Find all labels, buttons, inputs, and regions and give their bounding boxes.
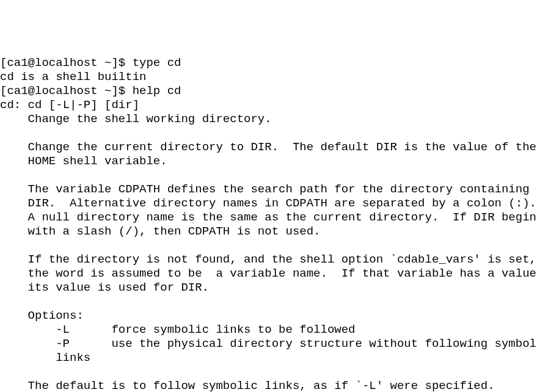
prompt-cwd: ~ [104,84,111,98]
help-usage-prefix: cd: cd [0,98,49,112]
help-line: DIR. Alternative directory names in CDPA… [0,197,536,210]
prompt-open-bracket: [ [0,56,7,70]
help-line [0,295,28,308]
help-line: If the directory is not found, and the s… [0,253,536,266]
help-line: Options: [0,309,84,322]
help-line: Change the current directory to DIR. The… [0,140,536,154]
help-line [0,365,28,379]
help-line: the word is assumed to be a variable nam… [0,267,537,280]
prompt-close-bracket: ] [111,84,118,98]
help-line: HOME shell variable. [0,154,167,168]
help-line: The variable CDPATH defines the search p… [0,183,530,196]
help-usage-opts: [-L|-P] [dir] [49,98,139,112]
help-line: A null directory name is the same as the… [0,211,537,224]
prompt-user-host: ca1@localhost [7,56,104,70]
prompt-line-1: [ca1@localhost ~]$ [0,56,125,70]
help-line [0,169,28,182]
help-line [0,126,28,140]
prompt-close-bracket: ] [111,56,118,70]
help-line: The default is to follow symbolic links,… [0,379,495,392]
output-1: cd is a shell builtin [0,70,146,84]
help-line: its value is used for DIR. [0,281,209,294]
prompt-dollar: $ [119,56,125,70]
terminal[interactable]: [ca1@localhost ~]$ type cd cd is a shell… [0,56,537,392]
prompt-line-2: [ca1@localhost ~]$ [0,84,125,98]
prompt-open-bracket: [ [0,84,7,98]
prompt-user-host: ca1@localhost [7,84,104,98]
command-2: help cd [125,84,181,98]
help-line: -P use the physical directory structure … [0,337,537,350]
help-line: with a slash (/), then CDPATH is not use… [0,225,321,238]
command-1: type cd [125,56,181,70]
help-line: -L force symbolic links to be followed [0,323,356,336]
help-line: Change the shell working directory. [0,112,272,126]
prompt-dollar: $ [119,84,125,98]
help-line [0,239,28,252]
prompt-cwd: ~ [104,56,111,70]
help-line: links [0,351,90,365]
